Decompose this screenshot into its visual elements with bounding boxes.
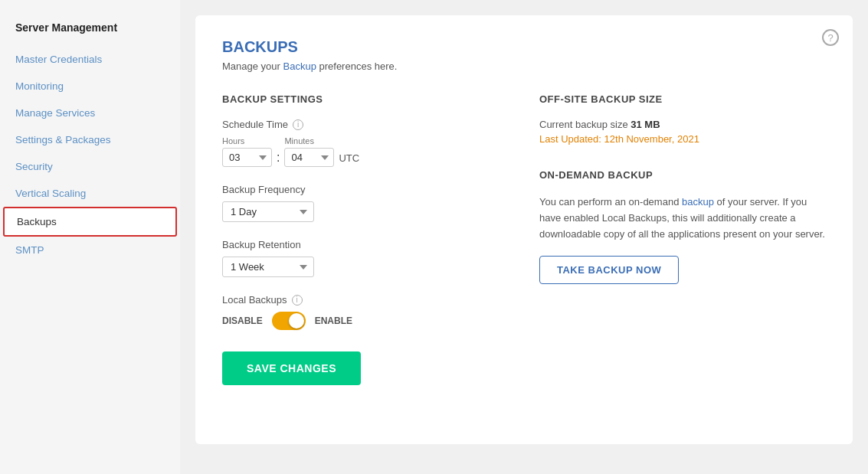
disable-label: DISABLE <box>222 315 263 326</box>
hours-label: Hours <box>222 136 272 145</box>
backup-frequency-select[interactable]: 1 Day 2 Days 3 Days 1 Week <box>222 201 314 222</box>
hours-group: Hours 03 01020405 06070809 101112 <box>222 136 272 167</box>
offsite-heading: OFF-SITE BACKUP SIZE <box>539 93 826 105</box>
local-backups-toggle-row: DISABLE ENABLE <box>222 312 509 330</box>
sidebar-item-backups[interactable]: Backups <box>3 207 177 237</box>
enable-label: ENABLE <box>315 315 352 326</box>
ondemand-heading: ON-DEMAND BACKUP <box>539 169 826 181</box>
sidebar-item-manage-services[interactable]: Manage Services <box>0 100 180 126</box>
hours-select[interactable]: 03 01020405 06070809 101112 <box>222 148 272 167</box>
backups-card: ? BACKUPS Manage your Backup preferences… <box>195 15 853 444</box>
minutes-label: Minutes <box>284 136 334 145</box>
utc-label: UTC <box>339 152 359 164</box>
backup-size-value: 31 MB <box>631 119 660 130</box>
sidebar-item-vertical-scaling[interactable]: Vertical Scaling <box>0 180 180 207</box>
schedule-time-info-icon[interactable]: i <box>293 119 303 130</box>
left-column: BACKUP SETTINGS Schedule Time i Hours 03… <box>222 93 509 385</box>
backup-frequency-label: Backup Frequency <box>222 184 509 195</box>
local-backups-label: Local Backups i <box>222 294 509 306</box>
sidebar-title: Server Management <box>0 15 180 46</box>
sidebar-item-security[interactable]: Security <box>0 153 180 180</box>
ondemand-description: You can perform an on-demand backup of y… <box>539 195 826 242</box>
page-subtitle: Manage your Backup preferences here. <box>222 60 826 72</box>
time-colon: : <box>277 151 280 165</box>
schedule-time-row: Hours 03 01020405 06070809 101112 : Minu… <box>222 136 509 167</box>
save-changes-button[interactable]: SAVE CHANGES <box>222 351 361 385</box>
page-title: BACKUPS <box>222 38 826 56</box>
ondemand-section: ON-DEMAND BACKUP You can perform an on-d… <box>539 169 826 284</box>
sidebar-item-master-credentials[interactable]: Master Credentials <box>0 46 180 73</box>
help-icon[interactable]: ? <box>822 29 839 46</box>
sidebar-item-settings-packages[interactable]: Settings & Packages <box>0 126 180 153</box>
offsite-section: OFF-SITE BACKUP SIZE Current backup size… <box>539 93 826 145</box>
local-backups-toggle[interactable] <box>272 312 306 330</box>
backup-retention-label: Backup Retention <box>222 239 509 250</box>
schedule-time-label: Schedule Time i <box>222 119 509 130</box>
sidebar-item-smtp[interactable]: SMTP <box>0 237 180 263</box>
backup-link[interactable]: Backup <box>283 60 316 72</box>
ondemand-backup-link[interactable]: backup <box>682 196 714 208</box>
sidebar: Server Management Master Credentials Mon… <box>0 0 180 474</box>
local-backups-info-icon[interactable]: i <box>292 295 303 306</box>
main-content: ? BACKUPS Manage your Backup preferences… <box>180 0 868 474</box>
current-backup-size: Current backup size 31 MB <box>539 119 826 130</box>
last-updated-text: Last Updated: 12th November, 2021 <box>539 133 826 145</box>
right-column: OFF-SITE BACKUP SIZE Current backup size… <box>539 93 826 385</box>
take-backup-now-button[interactable]: TAKE BACKUP NOW <box>539 256 679 284</box>
minutes-select[interactable]: 04 00051015 202530 <box>284 148 334 167</box>
backup-settings-heading: BACKUP SETTINGS <box>222 93 509 105</box>
backup-retention-group: Backup Retention 1 Week 1 Day 3 Days 2 W… <box>222 239 509 277</box>
minutes-group: Minutes 04 00051015 202530 <box>284 136 334 167</box>
backup-frequency-group: Backup Frequency 1 Day 2 Days 3 Days 1 W… <box>222 184 509 222</box>
sidebar-item-monitoring[interactable]: Monitoring <box>0 73 180 100</box>
backup-retention-select[interactable]: 1 Week 1 Day 3 Days 2 Weeks 1 Month <box>222 257 314 277</box>
